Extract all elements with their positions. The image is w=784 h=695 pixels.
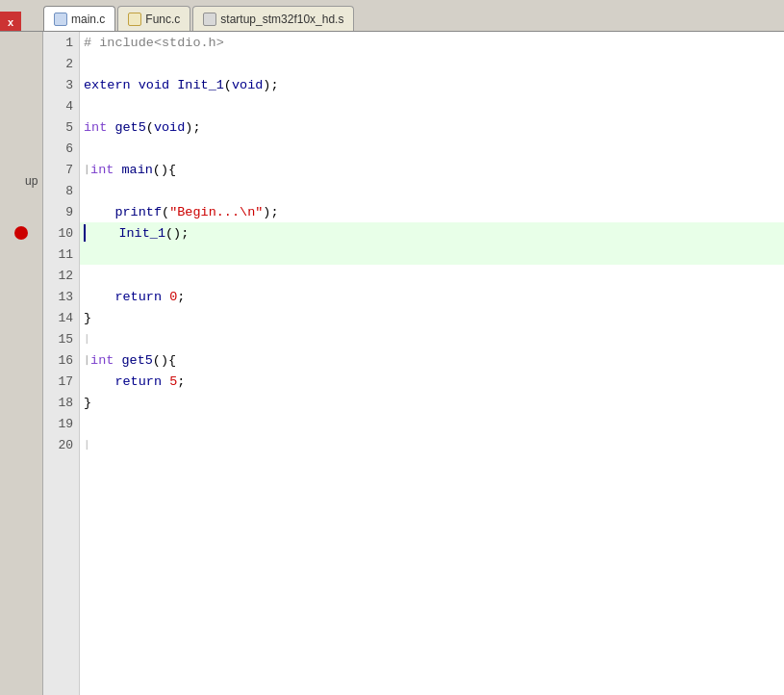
margin-row-15: [0, 328, 42, 349]
code-line-9: printf("Begin...\n");: [80, 201, 784, 222]
code-text-10b: ();: [165, 226, 189, 241]
ln-20: 20: [43, 434, 79, 455]
breakpoint-dot-10[interactable]: [14, 226, 28, 240]
ln-18: 18: [43, 392, 79, 413]
margin-row-17: [0, 371, 42, 392]
margin-row-12: [0, 265, 42, 286]
margin-row-10[interactable]: [0, 222, 42, 244]
code-line-13: return 0;: [80, 286, 784, 307]
code-line-14: }: [80, 307, 784, 328]
code-text-5d: void: [154, 120, 185, 135]
ln-19: 19: [43, 413, 79, 434]
code-text-3a: extern: [84, 78, 139, 92]
ln-3: 3: [43, 74, 79, 95]
margin-row-13: [0, 286, 42, 307]
code-line-19: [80, 413, 784, 434]
current-indicator: [84, 224, 86, 242]
code-line-20: ∣: [80, 434, 784, 455]
margin-row-2: [0, 53, 42, 74]
code-line-6: [80, 138, 784, 159]
code-line-5: int get5(void);: [80, 116, 784, 138]
code-text-17c: ;: [177, 374, 185, 389]
code-text-7c: (){: [153, 163, 176, 177]
code-text-10a: Init_1: [88, 226, 165, 241]
margin-row-9: [0, 201, 42, 222]
collapse-icon-16[interactable]: ∣: [84, 354, 89, 366]
margin-row-19: [0, 413, 42, 434]
collapse-end-15: ∣: [84, 333, 89, 345]
tab-bar: main.c Func.c startup_stm32f10x_hd.s: [0, 0, 784, 31]
code-line-7: ∣int main(){: [80, 159, 784, 180]
margin-row-6: [0, 138, 42, 159]
ln-17: 17: [43, 371, 79, 392]
code-text-5e: );: [185, 120, 200, 135]
margin-row-20: [0, 434, 42, 455]
code-line-8: [80, 180, 784, 201]
code-line-1: # include<stdio.h>: [80, 32, 784, 53]
code-text-16a: int: [90, 353, 121, 368]
code-text-7a: int: [90, 163, 121, 177]
margin-row-11: [0, 244, 42, 265]
code-line-17: return 5;: [80, 371, 784, 392]
tab-icon-main: [54, 13, 67, 26]
code-line-11: [80, 244, 784, 265]
ln-2: 2: [43, 53, 79, 74]
code-text-9d: );: [263, 205, 278, 219]
code-line-2: [80, 53, 784, 74]
code-line-4: [80, 95, 784, 116]
ln-9: 9: [43, 201, 79, 222]
close-button[interactable]: x: [0, 12, 21, 33]
code-area: up 1 2: [0, 31, 784, 695]
up-label: up: [25, 174, 38, 188]
tab-icon-startup: [203, 13, 216, 26]
margin-row-16: [0, 349, 42, 371]
collapse-end-20: ∣: [84, 439, 89, 450]
code-text-5c: (: [146, 120, 154, 135]
tab-icon-func: [128, 13, 141, 26]
code-line-15: ∣: [80, 328, 784, 349]
editor-container: x main.c Func.c startup_stm32f10x_hd.s u…: [0, 0, 784, 695]
code-text-16b: get5: [121, 353, 152, 368]
ln-14: 14: [43, 307, 79, 328]
ln-13: 13: [43, 286, 79, 307]
tab-main-c[interactable]: main.c: [43, 6, 115, 31]
ln-7: 7: [43, 159, 79, 180]
tab-label-main: main.c: [71, 13, 105, 26]
code-text-3d: (: [224, 78, 232, 92]
code-text-13c: ;: [177, 290, 185, 304]
code-text-7b: main: [121, 163, 152, 177]
ln-1: 1: [43, 32, 79, 53]
code-text-5b: get5: [114, 120, 145, 135]
margin-row-4: [0, 95, 42, 116]
left-margin: up: [0, 32, 43, 695]
ln-6: 6: [43, 138, 79, 159]
code-line-16: ∣int get5(){: [80, 349, 784, 371]
margin-row-3: [0, 74, 42, 95]
margin-row-1: [0, 32, 42, 53]
code-text-5a: int: [84, 120, 114, 135]
code-text-9c: "Begin...\n": [169, 205, 263, 219]
ln-16: 16: [43, 349, 79, 371]
ln-4: 4: [43, 95, 79, 116]
code-text-18: }: [84, 396, 91, 410]
margin-row-14: [0, 307, 42, 328]
tab-startup[interactable]: startup_stm32f10x_hd.s: [192, 6, 354, 31]
code-line-12: [80, 265, 784, 286]
code-line-10: Init_1();: [80, 222, 784, 244]
code-line-18: }: [80, 392, 784, 413]
tab-func-c[interactable]: Func.c: [117, 6, 190, 31]
ln-11: 11: [43, 244, 79, 265]
ln-10: 10: [43, 222, 79, 244]
margin-row-18: [0, 392, 42, 413]
collapse-icon-7[interactable]: ∣: [84, 164, 89, 175]
tab-label-func: Func.c: [145, 13, 180, 26]
code-text-9a: printf: [84, 205, 162, 219]
code-content[interactable]: # include<stdio.h> extern void Init_1(vo…: [80, 32, 784, 695]
code-text-13b: 0: [169, 290, 177, 304]
ln-12: 12: [43, 265, 79, 286]
ln-15: 15: [43, 328, 79, 349]
code-text-17b: 5: [169, 374, 177, 389]
ln-8: 8: [43, 180, 79, 201]
line-numbers: 1 2 3 4 5 6 7 8 9 10 11 12 13 14 15 16 1…: [43, 32, 80, 695]
tab-label-startup: startup_stm32f10x_hd.s: [220, 13, 343, 26]
